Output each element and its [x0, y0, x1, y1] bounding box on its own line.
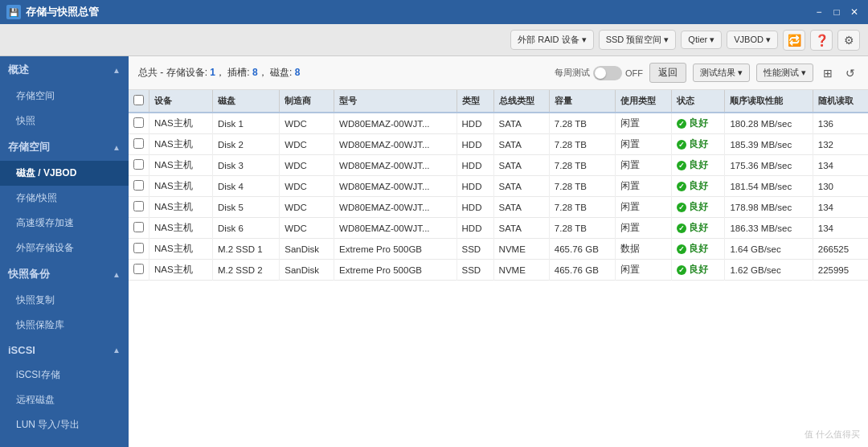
row-checkbox[interactable]	[133, 159, 144, 170]
row-bus: SATA	[493, 197, 549, 218]
row-model: WD80EMAZ-00WJT...	[334, 176, 457, 197]
row-checkbox-cell[interactable]	[129, 239, 149, 260]
row-status: ✓ 良好	[671, 260, 725, 281]
content-area: 总共 - 存储设备: 1， 插槽: 8， 磁盘: 8 每周测试 OFF 返回 测…	[129, 56, 868, 447]
sidebar-item-cache-accel[interactable]: 高速缓存加速	[0, 211, 129, 236]
row-checkbox-cell[interactable]	[129, 134, 149, 155]
main-window: 💾 存储与快照总管 − □ ✕ 外部 RAID 设备 ▾ SSD 预留空间 ▾ …	[0, 0, 868, 447]
row-checkbox[interactable]	[133, 117, 144, 128]
sidebar-item-snapshot[interactable]: 快照	[0, 109, 129, 133]
ssd-reserve-button[interactable]: SSD 预留空间 ▾	[599, 30, 677, 50]
row-rand-read: 132	[813, 134, 868, 155]
sidebar-header-storage[interactable]: 存储空间 ▲	[0, 133, 129, 161]
toggle-switch[interactable]	[593, 66, 622, 80]
table-row[interactable]: NAS主机 Disk 2 WDC WD80EMAZ-00WJT... HDD S…	[129, 134, 868, 155]
test-results-button[interactable]: 测试结果 ▾	[693, 64, 750, 82]
table-row[interactable]: NAS主机 Disk 1 WDC WD80EMAZ-00WJT... HDD S…	[129, 113, 868, 134]
table-row[interactable]: NAS主机 M.2 SSD 1 SanDisk Extreme Pro 500G…	[129, 239, 868, 260]
row-status: ✓ 良好	[671, 239, 725, 260]
row-checkbox[interactable]	[133, 222, 144, 232]
row-checkbox-cell[interactable]	[129, 197, 149, 218]
row-manufacturer: WDC	[280, 113, 334, 134]
status-good-icon: ✓	[677, 244, 686, 254]
minimize-button[interactable]: −	[812, 6, 826, 18]
row-status: ✓ 良好	[671, 113, 725, 134]
close-button[interactable]: ✕	[847, 6, 862, 18]
disk-count: 8	[295, 67, 301, 78]
maximize-button[interactable]: □	[829, 6, 844, 18]
row-seq-read: 175.36 MB/sec	[725, 155, 813, 176]
weekly-test-toggle: 每周测试 OFF	[555, 66, 643, 80]
sidebar-item-snapshot-vault[interactable]: 快照保险库	[0, 313, 129, 338]
col-checkbox	[129, 90, 149, 113]
row-manufacturer: WDC	[280, 134, 334, 155]
sidebar-header-snapshot-backup[interactable]: 快照备份 ▲	[0, 260, 129, 288]
row-capacity: 7.28 TB	[549, 155, 616, 176]
row-manufacturer: WDC	[280, 197, 334, 218]
row-manufacturer: WDC	[280, 176, 334, 197]
row-status: ✓ 良好	[671, 176, 725, 197]
row-capacity: 7.28 TB	[549, 113, 616, 134]
row-type: HDD	[457, 218, 493, 239]
sidebar-item-snapshot-copy[interactable]: 快照复制	[0, 288, 129, 313]
refresh-icon-btn[interactable]: 🔁	[783, 30, 805, 51]
row-checkbox[interactable]	[133, 138, 144, 149]
sidebar-header-iscsi[interactable]: iSCSI ▲	[0, 338, 129, 363]
row-model: WD80EMAZ-00WJT...	[334, 218, 457, 239]
row-bus: SATA	[493, 155, 549, 176]
device-count: 1	[210, 67, 215, 78]
table-row[interactable]: NAS主机 Disk 3 WDC WD80EMAZ-00WJT... HDD S…	[129, 155, 868, 176]
sidebar-item-storage-snapshot[interactable]: 存储/快照	[0, 186, 129, 211]
status-label: 良好	[689, 201, 708, 213]
sidebar-item-iscsi-storage[interactable]: iSCSI存储	[0, 363, 129, 388]
table-row[interactable]: NAS主机 Disk 5 WDC WD80EMAZ-00WJT... HDD S…	[129, 197, 868, 218]
sidebar-item-disk-vjbod[interactable]: 磁盘 / VJBOD	[0, 161, 129, 186]
row-use-type: 闲置	[616, 134, 671, 155]
sidebar-item-storage-space[interactable]: 存储空间	[0, 84, 129, 109]
row-bus: NVME	[493, 260, 549, 281]
window-controls: − □ ✕	[812, 6, 862, 18]
row-capacity: 7.28 TB	[549, 197, 616, 218]
chevron-up-icon-2: ▲	[113, 143, 121, 152]
table-row[interactable]: NAS主机 Disk 6 WDC WD80EMAZ-00WJT... HDD S…	[129, 218, 868, 239]
row-checkbox[interactable]	[133, 201, 144, 211]
row-checkbox[interactable]	[133, 264, 144, 274]
qtier-button[interactable]: Qtier ▾	[681, 31, 722, 49]
sidebar-header-overview[interactable]: 概述 ▲	[0, 56, 129, 84]
status-label: 良好	[689, 180, 708, 192]
sidebar-item-lun-import-export[interactable]: LUN 导入/导出	[0, 412, 129, 437]
performance-test-button[interactable]: 性能测试 ▾	[756, 64, 813, 82]
row-checkbox[interactable]	[133, 243, 144, 253]
refresh-table-icon-btn[interactable]: ↺	[842, 65, 858, 81]
vjbod-button[interactable]: VJBOD ▾	[727, 31, 778, 49]
row-checkbox[interactable]	[133, 180, 144, 191]
row-type: SSD	[457, 239, 493, 260]
filter-icon-btn[interactable]: ⊞	[820, 65, 836, 81]
row-bus: SATA	[493, 218, 549, 239]
back-button[interactable]: 返回	[649, 63, 686, 83]
sidebar-item-remote-disk[interactable]: 远程磁盘	[0, 388, 129, 412]
col-model: 型号	[334, 90, 457, 113]
raid-device-button[interactable]: 外部 RAID 设备 ▾	[510, 30, 593, 50]
row-type: HDD	[457, 155, 493, 176]
row-checkbox-cell[interactable]	[129, 218, 149, 239]
row-checkbox-cell[interactable]	[129, 155, 149, 176]
row-disk: Disk 1	[212, 113, 279, 134]
sidebar-item-external-storage[interactable]: 外部存储设备	[0, 236, 129, 260]
row-type: HDD	[457, 197, 493, 218]
row-checkbox-cell[interactable]	[129, 260, 149, 281]
status-good-icon: ✓	[677, 140, 686, 150]
select-all-checkbox[interactable]	[133, 95, 144, 105]
help-icon-btn[interactable]: ❓	[810, 30, 833, 51]
settings-icon-btn[interactable]: ⚙	[837, 30, 860, 51]
row-device: NAS主机	[149, 155, 213, 176]
row-checkbox-cell[interactable]	[129, 176, 149, 197]
table-row[interactable]: NAS主机 Disk 4 WDC WD80EMAZ-00WJT... HDD S…	[129, 176, 868, 197]
table-row[interactable]: NAS主机 M.2 SSD 2 SanDisk Extreme Pro 500G…	[129, 260, 868, 281]
col-rand-read: 随机读取	[813, 90, 868, 113]
col-manufacturer: 制造商	[280, 90, 334, 113]
status-good-icon: ✓	[677, 203, 686, 212]
row-checkbox-cell[interactable]	[129, 113, 149, 134]
row-disk: Disk 4	[212, 176, 279, 197]
row-use-type: 闲置	[616, 260, 671, 281]
